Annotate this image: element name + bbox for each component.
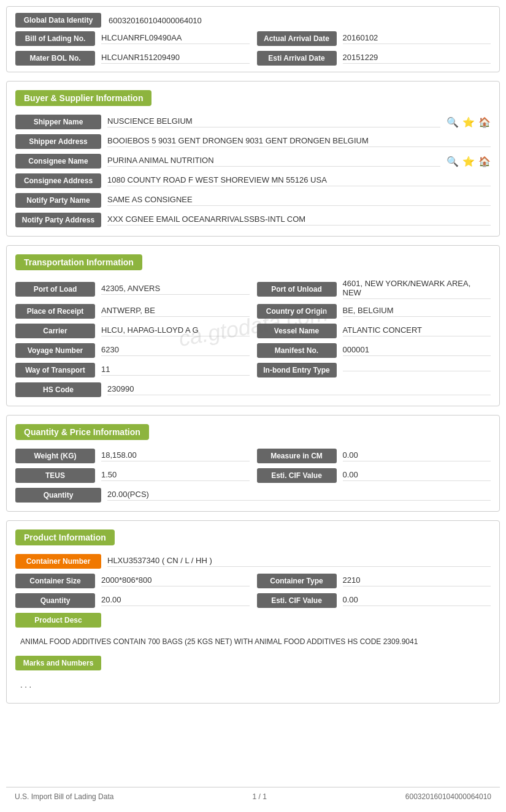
bol-label: Bill of Lading No. xyxy=(15,31,95,46)
carrier-value: HLCU, HAPAG-LLOYD A G xyxy=(101,325,250,336)
voyage-label: Voyage Number xyxy=(15,343,95,358)
country-origin-label: Country of Origin xyxy=(257,304,337,319)
actual-arrival-value: 20160102 xyxy=(343,33,491,44)
transportation-title: Transportation Information xyxy=(15,254,142,270)
shipper-name-row: Shipper Name NUSCIENCE BELGIUM 🔍 ⭐ 🏠 xyxy=(15,115,491,129)
consignee-name-value: PURINA ANIMAL NUTRITION xyxy=(107,156,440,167)
shipper-icons: 🔍 ⭐ 🏠 xyxy=(447,116,491,128)
vessel-name-value: ATLANTIC CONCERT xyxy=(343,325,491,336)
shipper-home-icon[interactable]: 🏠 xyxy=(478,116,491,128)
container-size-type-row: Container Size 2000*806*800 Container Ty… xyxy=(15,574,491,588)
esti-arrival-value: 20151229 xyxy=(343,53,491,64)
shipper-name-value: NUSCIENCE BELGIUM xyxy=(107,116,440,127)
product-cif-value: 0.00 xyxy=(343,595,491,606)
country-origin-col: Country of Origin BE, BELGIUM xyxy=(257,304,491,319)
notify-party-name-value: SAME AS CONSIGNEE xyxy=(107,195,491,206)
bol-value: HLCUANRFL09490AA xyxy=(101,33,250,44)
mater-bol-row: Mater BOL No. HLCUANR151209490 Esti Arri… xyxy=(15,51,491,66)
product-qty-cif-row: Quantity 20.00 Esti. CIF Value 0.00 xyxy=(15,593,491,608)
product-cif-col: Esti. CIF Value 0.00 xyxy=(257,593,491,608)
weight-label: Weight (KG) xyxy=(15,449,95,463)
shipper-name-label: Shipper Name xyxy=(15,115,101,129)
port-unload-label: Port of Unload xyxy=(257,282,337,297)
notify-party-address-row: Notify Party Address XXX CGNEE EMAIL OCE… xyxy=(15,213,491,227)
transportation-section: Transportation Information ca.gtodata.co… xyxy=(6,245,500,406)
hs-code-row: HS Code 230990 xyxy=(15,382,491,397)
consignee-search-icon[interactable]: 🔍 xyxy=(447,156,459,167)
mater-bol-label: Mater BOL No. xyxy=(15,51,95,66)
mater-bol-value: HLCUANR151209490 xyxy=(101,53,250,64)
notify-party-address-label: Notify Party Address xyxy=(15,213,101,227)
page-footer: U.S. Import Bill of Lading Data 1 / 1 60… xyxy=(6,787,500,806)
consignee-address-value: 1080 COUNTY ROAD F WEST SHOREVIEW MN 551… xyxy=(107,175,491,186)
measure-cm-value: 0.00 xyxy=(343,450,491,461)
marks-numbers-row: Marks and Numbers xyxy=(15,656,491,670)
way-transport-col: Way of Transport 11 xyxy=(15,363,250,378)
container-size-value: 2000*806*800 xyxy=(101,575,250,586)
marks-numbers-value: . . . xyxy=(15,675,491,694)
quantity-price-section: Quantity & Price Information Weight (KG)… xyxy=(6,415,500,512)
weight-col: Weight (KG) 18,158.00 xyxy=(15,449,250,463)
product-info-title: Product Information xyxy=(15,529,115,545)
port-load-label: Port of Load xyxy=(15,282,95,297)
inbond-label: In-bond Entry Type xyxy=(257,363,337,378)
vessel-name-col: Vessel Name ATLANTIC CONCERT xyxy=(257,324,491,338)
way-transport-value: 11 xyxy=(101,365,250,376)
product-cif-label: Esti. CIF Value xyxy=(257,593,337,608)
marks-numbers-label[interactable]: Marks and Numbers xyxy=(15,656,101,670)
esti-cif-value: 0.00 xyxy=(343,470,491,481)
manifest-value: 000001 xyxy=(343,345,491,356)
transport-inbond-row: Way of Transport 11 In-bond Entry Type xyxy=(15,363,491,378)
container-size-label: Container Size xyxy=(15,574,95,588)
voyage-col: Voyage Number 6230 xyxy=(15,343,250,358)
country-origin-value: BE, BELGIUM xyxy=(343,306,491,317)
shipper-search-icon[interactable]: 🔍 xyxy=(447,116,459,128)
port-load-value: 42305, ANVERS xyxy=(101,284,250,295)
esti-arrival-label: Esti Arrival Date xyxy=(257,51,337,66)
notify-party-name-label: Notify Party Name xyxy=(15,193,101,208)
product-qty-col: Quantity 20.00 xyxy=(15,593,250,608)
container-number-row: Container Number HLXU3537340 ( CN / L / … xyxy=(15,554,491,569)
container-size-col: Container Size 2000*806*800 xyxy=(15,574,250,588)
consignee-home-icon[interactable]: 🏠 xyxy=(478,156,491,167)
footer-center: 1 / 1 xyxy=(252,792,266,801)
receipt-origin-row: Place of Receipt ANTWERP, BE Country of … xyxy=(15,304,491,319)
consignee-address-label: Consignee Address xyxy=(15,173,101,188)
product-desc-label[interactable]: Product Desc xyxy=(15,613,101,628)
consignee-name-row: Consignee Name PURINA ANIMAL NUTRITION 🔍… xyxy=(15,154,491,169)
port-load-col: Port of Load 42305, ANVERS xyxy=(15,282,250,297)
product-desc-text: ANIMAL FOOD ADDITIVES CONTAIN 700 BAGS (… xyxy=(15,632,491,651)
shipper-address-row: Shipper Address BOOIEBOS 5 9031 GENT DRO… xyxy=(15,134,491,149)
place-receipt-value: ANTWERP, BE xyxy=(101,306,250,317)
hs-code-value: 230990 xyxy=(107,384,491,395)
consignee-star-icon[interactable]: ⭐ xyxy=(462,156,475,167)
teus-cif-row: TEUS 1.50 Esti. CIF Value 0.00 xyxy=(15,468,491,483)
voyage-value: 6230 xyxy=(101,345,250,356)
container-type-col: Container Type 2210 xyxy=(257,574,491,588)
mater-bol-col: Mater BOL No. HLCUANR151209490 xyxy=(15,51,250,66)
product-qty-value: 20.00 xyxy=(101,595,250,606)
esti-cif-label: Esti. CIF Value xyxy=(257,468,337,483)
hs-code-label: HS Code xyxy=(15,382,101,397)
vessel-name-label: Vessel Name xyxy=(257,324,337,338)
product-desc-row: Product Desc xyxy=(15,613,491,628)
port-unload-value: 4601, NEW YORK/NEWARK AREA, NEW xyxy=(343,279,491,299)
consignee-name-label: Consignee Name xyxy=(15,154,101,169)
notify-party-address-value: XXX CGNEE EMAIL OCEANARRIVALSSBS-INTL CO… xyxy=(107,214,491,226)
port-row: Port of Load 42305, ANVERS Port of Unloa… xyxy=(15,279,491,299)
shipper-star-icon[interactable]: ⭐ xyxy=(462,116,475,128)
quantity-value: 20.00(PCS) xyxy=(107,490,491,501)
actual-arrival-label: Actual Arrival Date xyxy=(257,31,337,46)
carrier-vessel-row: Carrier HLCU, HAPAG-LLOYD A G Vessel Nam… xyxy=(15,324,491,338)
way-transport-label: Way of Transport xyxy=(15,363,95,378)
place-receipt-label: Place of Receipt xyxy=(15,304,95,319)
quantity-label: Quantity xyxy=(15,488,101,503)
footer-right: 600320160104000064010 xyxy=(405,792,491,801)
consignee-icons: 🔍 ⭐ 🏠 xyxy=(447,156,491,167)
manifest-label: Manifest No. xyxy=(257,343,337,358)
teus-label: TEUS xyxy=(15,468,95,483)
actual-arrival-col: Actual Arrival Date 20160102 xyxy=(257,31,491,46)
inbond-col: In-bond Entry Type xyxy=(257,363,491,378)
product-qty-label: Quantity xyxy=(15,593,95,608)
page-wrapper: Global Data Identity 6003201601040000640… xyxy=(0,0,506,812)
